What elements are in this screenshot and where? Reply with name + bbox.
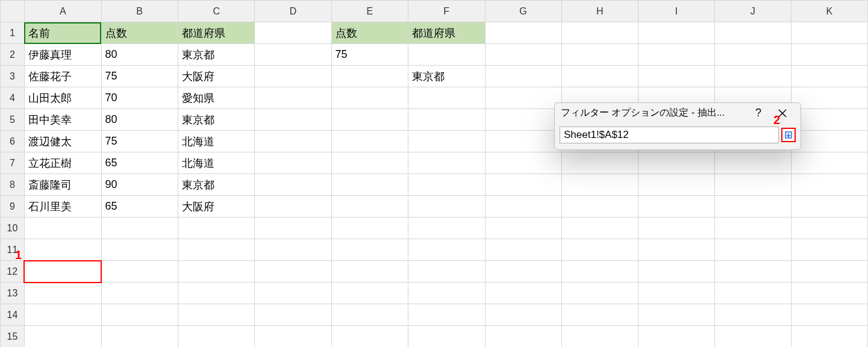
row-header-5[interactable]: 5 [1, 109, 25, 131]
cell-I3[interactable] [638, 66, 714, 87]
dialog-titlebar[interactable]: フィルター オプションの設定 - 抽出... ? [555, 103, 801, 123]
cell-H8[interactable] [561, 174, 638, 196]
cell-I9[interactable] [638, 196, 714, 217]
cell-C4[interactable]: 愛知県 [178, 87, 255, 109]
col-header-A[interactable]: A [24, 1, 101, 22]
cell-J10[interactable] [714, 217, 791, 239]
row-header-1[interactable]: 1 [1, 22, 25, 44]
cell-I14[interactable] [638, 304, 714, 326]
col-header-B[interactable]: B [101, 1, 178, 22]
cell-H12[interactable] [561, 261, 638, 283]
cell-I2[interactable] [638, 44, 714, 66]
cell-F10[interactable] [408, 217, 485, 239]
cell-H1[interactable] [561, 22, 638, 44]
cell-E9[interactable] [331, 196, 408, 217]
cell-B8[interactable]: 90 [101, 174, 178, 196]
cell-E3[interactable] [331, 66, 408, 87]
cell-K1[interactable] [791, 22, 867, 44]
cell-C15[interactable] [178, 326, 255, 348]
cell-K10[interactable] [791, 217, 867, 239]
cell-E14[interactable] [331, 304, 408, 326]
cell-D10[interactable] [255, 217, 331, 239]
cell-C5[interactable]: 東京都 [178, 109, 255, 131]
cell-E7[interactable] [331, 152, 408, 174]
cell-G13[interactable] [485, 283, 561, 304]
cell-C14[interactable] [178, 304, 255, 326]
col-header-I[interactable]: I [638, 1, 714, 22]
cell-J1[interactable] [714, 22, 791, 44]
cell-D1[interactable] [255, 22, 331, 44]
cell-G4[interactable] [485, 87, 561, 109]
cell-I7[interactable] [638, 152, 714, 174]
cell-A4[interactable]: 山田太郎 [24, 87, 101, 109]
row-header-12[interactable]: 12 [1, 261, 25, 283]
cell-I15[interactable] [638, 326, 714, 348]
cell-H9[interactable] [561, 196, 638, 217]
cell-I12[interactable] [638, 261, 714, 283]
cell-A13[interactable] [24, 283, 101, 304]
cell-A15[interactable] [24, 326, 101, 348]
cell-C12[interactable] [178, 261, 255, 283]
cell-D9[interactable] [255, 196, 331, 217]
cell-F2[interactable] [408, 44, 485, 66]
dialog-expand-button[interactable] [781, 128, 796, 142]
cell-F6[interactable] [408, 131, 485, 152]
dialog-help-button[interactable]: ? [746, 107, 770, 119]
cell-G15[interactable] [485, 326, 561, 348]
cell-J9[interactable] [714, 196, 791, 217]
cell-B13[interactable] [101, 283, 178, 304]
cell-D5[interactable] [255, 109, 331, 131]
cell-K3[interactable] [791, 66, 867, 87]
cell-A7[interactable]: 立花正樹 [24, 152, 101, 174]
cell-C7[interactable]: 北海道 [178, 152, 255, 174]
cell-J8[interactable] [714, 174, 791, 196]
col-header-K[interactable]: K [791, 1, 867, 22]
cell-F7[interactable] [408, 152, 485, 174]
cell-E13[interactable] [331, 283, 408, 304]
cell-J11[interactable] [714, 239, 791, 261]
col-header-D[interactable]: D [255, 1, 331, 22]
cell-F8[interactable] [408, 174, 485, 196]
cell-A1[interactable]: 名前 [24, 22, 101, 44]
cell-E12[interactable] [331, 261, 408, 283]
cell-A5[interactable]: 田中美幸 [24, 109, 101, 131]
cell-H10[interactable] [561, 217, 638, 239]
cell-E5[interactable] [331, 109, 408, 131]
cell-B3[interactable]: 75 [101, 66, 178, 87]
col-header-H[interactable]: H [561, 1, 638, 22]
cell-K13[interactable] [791, 283, 867, 304]
cell-H13[interactable] [561, 283, 638, 304]
cell-I11[interactable] [638, 239, 714, 261]
cell-A14[interactable] [24, 304, 101, 326]
cell-F4[interactable] [408, 87, 485, 109]
cell-B15[interactable] [101, 326, 178, 348]
cell-H14[interactable] [561, 304, 638, 326]
cell-E15[interactable] [331, 326, 408, 348]
cell-B11[interactable] [101, 239, 178, 261]
cell-K9[interactable] [791, 196, 867, 217]
cell-F14[interactable] [408, 304, 485, 326]
cell-F11[interactable] [408, 239, 485, 261]
cell-C8[interactable]: 東京都 [178, 174, 255, 196]
cell-H3[interactable] [561, 66, 638, 87]
cell-G9[interactable] [485, 196, 561, 217]
cell-E4[interactable] [331, 87, 408, 109]
cell-D14[interactable] [255, 304, 331, 326]
cell-J3[interactable] [714, 66, 791, 87]
row-header-2[interactable]: 2 [1, 44, 25, 66]
cell-C13[interactable] [178, 283, 255, 304]
cell-F3[interactable]: 東京都 [408, 66, 485, 87]
cell-J14[interactable] [714, 304, 791, 326]
cell-C6[interactable]: 北海道 [178, 131, 255, 152]
cell-D12[interactable] [255, 261, 331, 283]
col-header-G[interactable]: G [485, 1, 561, 22]
cell-G7[interactable] [485, 152, 561, 174]
cell-D6[interactable] [255, 131, 331, 152]
col-header-E[interactable]: E [331, 1, 408, 22]
cell-H11[interactable] [561, 239, 638, 261]
cell-A12[interactable] [24, 261, 101, 283]
row-header-3[interactable]: 3 [1, 66, 25, 87]
cell-C11[interactable] [178, 239, 255, 261]
cell-J13[interactable] [714, 283, 791, 304]
cell-H15[interactable] [561, 326, 638, 348]
